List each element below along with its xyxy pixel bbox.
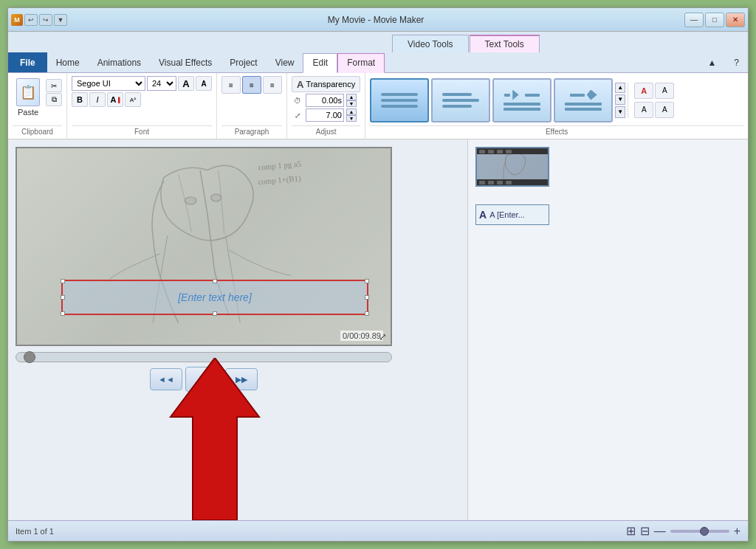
video-tools-tab[interactable]: Video Tools [392,35,469,52]
italic-btn[interactable]: I [89,92,106,107]
effects-scroll-up[interactable]: ▲ [615,83,625,93]
zoom-plus[interactable]: + [734,525,740,538]
svg-rect-0 [18,148,389,345]
timeline-thumb[interactable] [24,351,35,363]
movie-maker-window: M ↩ ↪ ▼ My Movie - Movie Maker — □ ✕ Vid… [7,7,749,542]
filmstrip-top [477,148,548,154]
cut-button[interactable]: ✂ [46,79,62,92]
up-arrow[interactable]: ▲ [698,52,725,72]
handle-tl[interactable] [61,279,65,283]
status-icon-2[interactable]: ⊟ [640,524,650,538]
text-outline-btn[interactable]: A [655,83,674,99]
clipboard-label: Clipboard [13,125,62,137]
maximize-btn[interactable]: □ [705,13,724,27]
project-tab[interactable]: Project [221,52,266,72]
sketch-svg: comp 1 pg a5 comp 1+(B1) [17,148,391,345]
text-style-row-2: A A [634,102,674,118]
svg-point-1 [185,197,196,204]
zoom-slider[interactable] [670,530,729,533]
status-icon-1[interactable]: ⊞ [626,524,636,538]
text-effect-a-btn[interactable]: A [634,102,653,118]
font-size-select[interactable]: 24 [147,76,176,91]
title-bar-icons: M ↩ ↪ ▼ [11,14,67,26]
effects-scroll-down[interactable]: ▼ [615,94,625,105]
time-input-2[interactable] [306,108,344,122]
video-clip-thumbnail[interactable] [475,147,549,198]
text-overlay-box[interactable]: [Enter text here] [61,280,368,315]
text-clip[interactable]: A A [Enter... [475,204,549,225]
align-center-btn[interactable]: ≡ [242,76,261,94]
font-name-select[interactable]: Segoe UI [72,76,145,91]
clip-thumbnail [475,147,549,187]
text-overlay-handles [63,281,367,314]
undo-btn[interactable]: ↩ [24,14,38,26]
video-sketch: comp 1 pg a5 comp 1+(B1) [17,148,391,345]
handle-bm[interactable] [213,311,217,316]
handle-bl[interactable] [61,311,65,316]
play-btn[interactable]: ► [185,367,222,392]
prev-btn[interactable]: ◄◄ [150,368,182,390]
copy-button[interactable]: ⧉ [46,93,62,106]
text-tools-tab[interactable]: Text Tools [470,35,540,52]
adjust-controls: A Transparency ⏱ ▲ ▼ ⤢ [292,76,360,122]
effect-line [504,108,540,111]
zoom-thumb[interactable] [700,527,709,536]
align-right-btn[interactable]: ≡ [263,76,282,94]
handle-mr[interactable] [365,295,369,300]
grow-font-btn[interactable]: A [178,76,194,91]
time-1-up[interactable]: ▲ [346,94,357,100]
file-tab[interactable]: File [8,52,47,72]
film-hole [488,181,494,184]
effect-line [381,99,418,102]
effects-group: ▲ ▼ ▼ A A A A Effects [365,73,748,139]
effects-label: Effects [370,125,743,137]
text-style-controls: A A A A [628,83,674,118]
effect-btn-1[interactable] [370,78,429,122]
handle-tr[interactable] [365,279,369,283]
align-left-btn[interactable]: ≡ [221,76,241,94]
handle-ml[interactable] [61,295,65,300]
effect-btn-4[interactable] [554,78,613,122]
redo-btn[interactable]: ↪ [39,14,52,26]
time-2-down[interactable]: ▼ [346,115,357,122]
adjust-label: Adjust [292,125,360,137]
effect-line-part [570,94,585,97]
expand-icon[interactable]: ⤢ [379,331,387,342]
handle-tm[interactable] [213,279,217,283]
transparency-button[interactable]: A Transparency [292,76,360,92]
film-hole [506,181,512,184]
home-tab[interactable]: Home [47,52,89,72]
effect-line [442,105,472,108]
format-tab[interactable]: Format [337,53,385,73]
effect-btn-2[interactable] [431,78,490,122]
view-tab[interactable]: View [267,52,303,72]
font-color-btn[interactable]: A▐ [107,92,123,107]
window-title: My Movie - Movie Maker [67,15,684,25]
effect-btn-3[interactable] [492,78,551,122]
effect-4-content [565,90,602,111]
animations-tab[interactable]: Animations [89,52,150,72]
help-tab[interactable]: ? [725,52,748,72]
time-1-down[interactable]: ▼ [346,100,357,107]
text-effect-b-btn[interactable]: A [655,102,674,118]
customize-btn[interactable]: ▼ [54,14,67,26]
bold-btn[interactable]: B [72,92,88,107]
text-color-btn[interactable]: A [634,83,653,99]
clock-icon: ⏱ [292,94,303,106]
close-btn[interactable]: ✕ [726,13,745,27]
time-input-1[interactable] [306,94,344,107]
visual-effects-tab[interactable]: Visual Effects [150,52,221,72]
font-aa-btn[interactable]: Aᴬ [125,92,141,107]
time-2-up[interactable]: ▲ [346,108,357,115]
next-btn[interactable]: ▶▶ [225,368,258,390]
shrink-font-btn[interactable]: A [196,76,212,91]
minimize-btn[interactable]: — [684,13,704,27]
clipboard-group: 📋 Paste ✂ ⧉ Clipboard [8,73,67,139]
timeline-slider[interactable] [16,352,392,362]
edit-tab[interactable]: Edit [303,53,337,73]
zoom-minus[interactable]: — [654,525,666,538]
paste-button[interactable]: 📋 Paste [13,76,44,119]
adjust-content: A Transparency ⏱ ▲ ▼ ⤢ [292,76,360,124]
effects-more[interactable]: ▼ [615,106,625,118]
handle-br[interactable] [365,311,369,316]
